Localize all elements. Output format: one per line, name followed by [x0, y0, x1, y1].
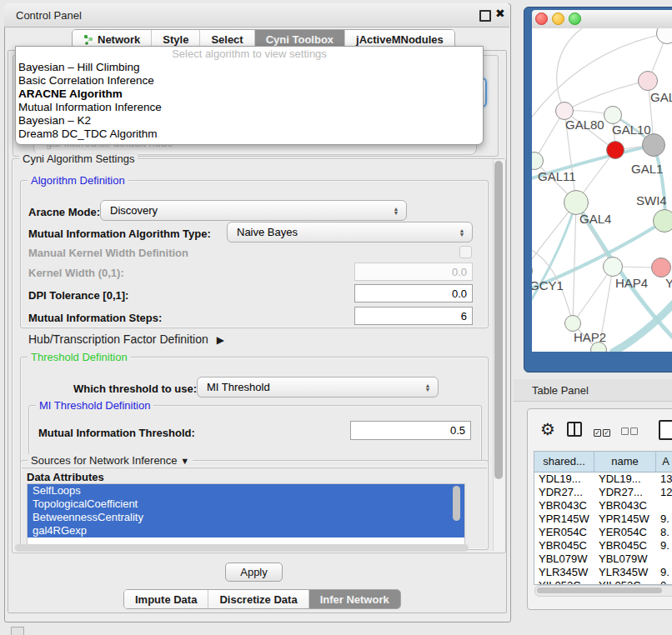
- chevron-updown-icon: ▲▼: [421, 383, 438, 392]
- network-node-gal10[interactable]: [604, 106, 622, 124]
- attribute-item-topologicalcoefficient[interactable]: TopologicalCoefficient: [28, 498, 464, 511]
- dpi-tolerance-label: DPI Tolerance [0,1]:: [28, 289, 128, 302]
- mi-threshold-label: Mutual Information Threshold:: [38, 427, 195, 439]
- mi-steps-field[interactable]: 6: [354, 307, 473, 325]
- network-node-swi4[interactable]: [653, 209, 672, 232]
- table-header-row: shared...nameA: [534, 452, 672, 472]
- tab-network-label: Network: [98, 33, 140, 46]
- select-all-columns-icon[interactable]: ✓✓: [594, 425, 610, 438]
- tab-cyni-toolbox-label: Cyni Toolbox: [266, 33, 333, 46]
- tab-infer-network[interactable]: Infer Network: [309, 590, 400, 608]
- manual-kernel-label: Manual Kernel Width Definition: [28, 247, 188, 259]
- algorithm-option-bayesian-hill-climbing[interactable]: Bayesian – Hill Climbing: [16, 61, 483, 74]
- gear-icon[interactable]: ⚙: [540, 421, 555, 438]
- table-row[interactable]: YPR145WYPR145W9.: [534, 512, 672, 526]
- table-cell: YLR345W: [534, 566, 594, 579]
- aracne-mode-label: Aracne Mode:: [28, 206, 100, 218]
- tab-infer-network-label: Infer Network: [320, 593, 389, 606]
- unselect-all-columns-icon[interactable]: [621, 425, 638, 438]
- node-label-gcy1: GCY1: [532, 278, 564, 292]
- attribute-item-betweennesscentrality[interactable]: BetweennessCentrality: [28, 511, 464, 524]
- node-label-gal: GAL: [650, 90, 672, 104]
- algorithm-option-dream8-dc-tdc-algorithm[interactable]: Dream8 DC_TDC Algorithm: [16, 128, 483, 141]
- which-threshold-combo[interactable]: MI Threshold ▲▼: [197, 377, 439, 398]
- node-label-gal80: GAL80: [565, 118, 604, 132]
- split-divider: [574, 423, 575, 435]
- settings-scrollbar-thumb[interactable]: [494, 161, 503, 479]
- chevron-down-icon: ▼: [180, 456, 189, 466]
- network-node-gal1[interactable]: [606, 141, 624, 159]
- table-row[interactable]: YBR045CYBR045C9.: [534, 539, 672, 552]
- node-label-y: Y: [665, 276, 672, 290]
- column-header-name[interactable]: name: [594, 452, 656, 472]
- table-cell: YPR145W: [534, 512, 594, 526]
- column-header-a[interactable]: A: [656, 452, 672, 472]
- tab-impute-data-label: Impute Data: [135, 593, 197, 606]
- attribute-item-gal4rgexp[interactable]: gal4RGexp: [28, 524, 464, 538]
- node-label-swi4: SWI4: [636, 193, 667, 208]
- table-cell: YDL19...: [594, 472, 656, 486]
- maximize-traffic-icon[interactable]: [569, 12, 581, 25]
- dpi-tolerance-field[interactable]: 0.0: [354, 284, 473, 302]
- split-columns-icon[interactable]: [567, 422, 582, 437]
- data-attributes-label: Data Attributes: [27, 471, 104, 483]
- mi-threshold-field[interactable]: 0.5: [350, 421, 471, 440]
- table-row[interactable]: YDL19...YDL19...13: [534, 472, 672, 486]
- table-cell: YBR043C: [594, 499, 656, 512]
- mi-type-combo[interactable]: Naive Bayes ▲▼: [227, 222, 473, 242]
- close-icon[interactable]: ✖: [495, 7, 505, 20]
- network-node-hap2[interactable]: [564, 315, 581, 332]
- chevron-updown-icon: ▲▼: [389, 207, 406, 215]
- manual-kernel-checkbox[interactable]: [459, 246, 472, 258]
- minimize-traffic-icon[interactable]: [552, 12, 564, 25]
- cyni-bottom-tabbar: Impute DataDiscretize DataInfer Network: [123, 589, 401, 609]
- collapsed-panel-icon[interactable]: [11, 627, 24, 635]
- table-row[interactable]: YBL079WYBL079W: [534, 552, 672, 566]
- table-row[interactable]: YDR27...YDR27...12: [534, 486, 672, 499]
- close-traffic-icon[interactable]: [535, 12, 548, 25]
- network-node[interactable]: [642, 133, 665, 157]
- network-node-y[interactable]: [651, 258, 671, 278]
- algorithm-option-bayesian-k2[interactable]: Bayesian – K2: [16, 114, 483, 128]
- algorithm-dropdown-popup: Select algorithm to view settings Bayesi…: [15, 46, 484, 145]
- hub-definition-label: Hub/Transcription Factor Definition: [28, 332, 208, 346]
- network-node-gal[interactable]: [638, 71, 658, 91]
- column-header-shared[interactable]: shared...: [534, 452, 594, 472]
- sources-title[interactable]: Sources for Network Inference ▼: [28, 454, 193, 467]
- table-cell: [656, 499, 672, 512]
- table-row[interactable]: YER054CYER054C8.: [534, 526, 672, 539]
- threshold-definition-title: Threshold Definition: [28, 351, 131, 363]
- float-window-icon[interactable]: [479, 10, 491, 22]
- table-row[interactable]: YBR043CYBR043C: [534, 499, 672, 512]
- mi-type-label: Mutual Information Algorithm Type:: [28, 228, 211, 240]
- aracne-mode-value: Discovery: [101, 204, 389, 217]
- algorithm-option-mutual-information-inference[interactable]: Mutual Information Inference: [16, 101, 483, 114]
- tab-impute-data[interactable]: Impute Data: [124, 590, 208, 608]
- attributes-scrollbar-thumb[interactable]: [453, 486, 460, 521]
- attribute-item-selfloops[interactable]: SelfLoops: [28, 484, 464, 498]
- new-table-icon[interactable]: [659, 420, 672, 440]
- algorithm-option-basic-correlation-inference[interactable]: Basic Correlation Inference: [16, 74, 483, 88]
- aracne-mode-combo[interactable]: Discovery ▲▼: [100, 200, 407, 221]
- table-cell: 8.: [656, 526, 672, 539]
- data-attributes-list[interactable]: SelfLoopsTopologicalCoefficientBetweenne…: [27, 483, 465, 545]
- table-cell: 9.: [656, 512, 672, 526]
- algorithm-option-aracne-algorithm[interactable]: ARACNE Algorithm: [16, 88, 483, 101]
- table-hscrollbar-thumb[interactable]: [537, 588, 662, 593]
- table-cell: YDR27...: [594, 486, 656, 499]
- network-canvas[interactable]: GALGAL80GAL10GAL1GAL11SWI4GAL4GCY1HAP4YH…: [532, 28, 672, 352]
- hub-definition-toggle[interactable]: Hub/Transcription Factor Definition ▶: [28, 332, 224, 346]
- table-cell: YBL079W: [594, 552, 656, 566]
- chevron-right-icon: ▶: [212, 334, 224, 346]
- table-row[interactable]: YLR345WYLR345W9.: [534, 566, 672, 579]
- table-cell: 9.: [656, 566, 672, 579]
- network-node-hap4[interactable]: [603, 257, 623, 277]
- mi-type-value: Naive Bayes: [228, 226, 455, 238]
- tab-discretize-data[interactable]: Discretize Data: [208, 590, 308, 608]
- mi-steps-label: Mutual Information Steps:: [28, 312, 162, 324]
- table-row[interactable]: YIL052CYIL052C0.: [534, 579, 672, 585]
- settings-hscrollbar-thumb[interactable]: [15, 544, 469, 552]
- apply-button[interactable]: Apply: [225, 562, 283, 582]
- table-cell: YBR045C: [594, 539, 656, 552]
- table-hscrollbar-track[interactable]: [534, 585, 672, 597]
